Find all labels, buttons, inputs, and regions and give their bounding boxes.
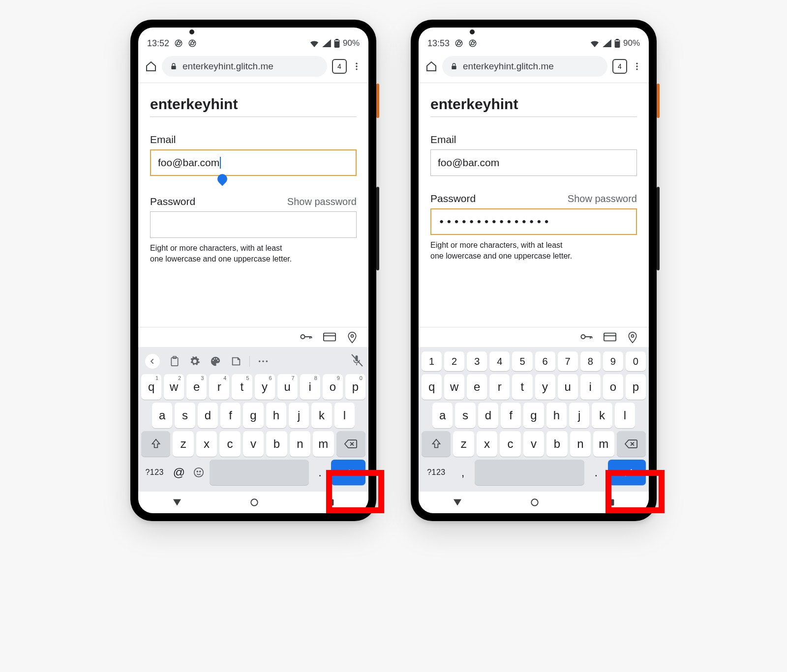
period-key[interactable]: . [587, 460, 605, 485]
key-d[interactable]: d [478, 403, 498, 428]
key-4[interactable]: 4 [489, 351, 510, 371]
shift-key[interactable] [422, 431, 451, 457]
comma-key[interactable]: , [454, 460, 472, 485]
nav-back-icon[interactable] [172, 498, 182, 506]
key-h[interactable]: h [546, 403, 567, 428]
key-f[interactable]: f [220, 403, 241, 428]
key-f[interactable]: f [501, 403, 521, 428]
key-s[interactable]: s [175, 403, 195, 428]
at-key[interactable]: @ [170, 460, 187, 485]
home-icon[interactable] [425, 60, 437, 72]
nav-home-icon[interactable] [530, 498, 539, 507]
card-icon[interactable] [604, 331, 616, 342]
key-e[interactable]: e [467, 374, 487, 400]
enter-key-next[interactable] [331, 460, 365, 485]
nav-recent-icon[interactable] [327, 498, 334, 506]
spacebar-key[interactable] [475, 460, 584, 485]
nav-home-icon[interactable] [250, 498, 259, 507]
key-n[interactable]: n [290, 431, 310, 457]
key-y[interactable]: y [535, 374, 555, 400]
key-e[interactable]: e3 [186, 374, 207, 400]
key-7[interactable]: 7 [558, 351, 578, 371]
backspace-key[interactable] [336, 431, 365, 457]
key-q[interactable]: q1 [141, 374, 161, 400]
backspace-key[interactable] [617, 431, 646, 457]
key-p[interactable]: p [626, 374, 646, 400]
key-d[interactable]: d [198, 403, 218, 428]
address-bar[interactable]: enterkeyhint.glitch.me [162, 56, 327, 77]
key-8[interactable]: 8 [580, 351, 601, 371]
key-s[interactable]: s [455, 403, 475, 428]
key-icon[interactable] [580, 331, 593, 342]
email-field[interactable]: foo@bar.com [430, 149, 637, 176]
key-c[interactable]: c [219, 431, 240, 457]
key-c[interactable]: c [500, 431, 520, 457]
key-l[interactable]: l [615, 403, 635, 428]
enter-key-done[interactable] [608, 460, 646, 485]
key-o[interactable]: o9 [323, 374, 343, 400]
key-i[interactable]: i [580, 374, 601, 400]
key-j[interactable]: j [289, 403, 309, 428]
key-m[interactable]: m [313, 431, 333, 457]
key-u[interactable]: u [558, 374, 578, 400]
clipboard-icon[interactable] [170, 356, 180, 367]
period-key[interactable]: . [311, 460, 329, 485]
key-n[interactable]: n [570, 431, 591, 457]
key-2[interactable]: 2 [444, 351, 464, 371]
key-v[interactable]: v [243, 431, 264, 457]
nav-back-icon[interactable] [453, 498, 462, 506]
palette-icon[interactable] [210, 356, 221, 367]
key-t[interactable]: t5 [232, 374, 252, 400]
key-5[interactable]: 5 [512, 351, 532, 371]
key-h[interactable]: h [266, 403, 286, 428]
key-y[interactable]: y6 [255, 374, 275, 400]
location-icon[interactable] [627, 331, 638, 343]
key-u[interactable]: u7 [277, 374, 298, 400]
tab-counter[interactable]: 4 [612, 59, 627, 74]
show-password-toggle[interactable]: Show password [568, 193, 637, 205]
symbols-key[interactable]: ?123 [422, 460, 451, 485]
key-k[interactable]: k [592, 403, 612, 428]
key-6[interactable]: 6 [535, 351, 555, 371]
key-1[interactable]: 1 [422, 351, 442, 371]
key-q[interactable]: q [422, 374, 442, 400]
key-x[interactable]: x [196, 431, 217, 457]
key-b[interactable]: b [546, 431, 567, 457]
tab-counter[interactable]: 4 [332, 59, 347, 74]
key-w[interactable]: w2 [164, 374, 184, 400]
key-a[interactable]: a [152, 403, 172, 428]
emoji-key[interactable] [190, 460, 207, 485]
menu-icon[interactable] [352, 61, 362, 72]
key-g[interactable]: g [523, 403, 544, 428]
key-m[interactable]: m [593, 431, 614, 457]
card-icon[interactable] [323, 331, 336, 342]
show-password-toggle[interactable]: Show password [287, 196, 357, 207]
keyboard-back-icon[interactable] [145, 354, 160, 369]
nav-recent-icon[interactable] [607, 498, 615, 506]
key-g[interactable]: g [243, 403, 263, 428]
key-w[interactable]: w [444, 374, 464, 400]
key-v[interactable]: v [523, 431, 544, 457]
more-icon[interactable] [258, 359, 269, 364]
key-r[interactable]: r [489, 374, 510, 400]
key-z[interactable]: z [453, 431, 474, 457]
key-b[interactable]: b [266, 431, 287, 457]
key-o[interactable]: o [603, 374, 623, 400]
key-r[interactable]: r4 [209, 374, 229, 400]
key-t[interactable]: t [512, 374, 532, 400]
sticker-icon[interactable] [231, 356, 242, 367]
key-z[interactable]: z [173, 431, 193, 457]
gear-icon[interactable] [189, 356, 200, 367]
key-l[interactable]: l [334, 403, 355, 428]
password-field[interactable]: ••••••••••••••• [430, 208, 637, 235]
key-i[interactable]: i8 [300, 374, 320, 400]
password-field[interactable] [150, 211, 357, 238]
menu-icon[interactable] [632, 61, 642, 72]
home-icon[interactable] [145, 60, 157, 72]
key-icon[interactable] [300, 331, 312, 342]
key-p[interactable]: p0 [345, 374, 365, 400]
key-3[interactable]: 3 [467, 351, 487, 371]
symbols-key[interactable]: ?123 [141, 460, 168, 485]
key-j[interactable]: j [569, 403, 589, 428]
key-k[interactable]: k [311, 403, 332, 428]
